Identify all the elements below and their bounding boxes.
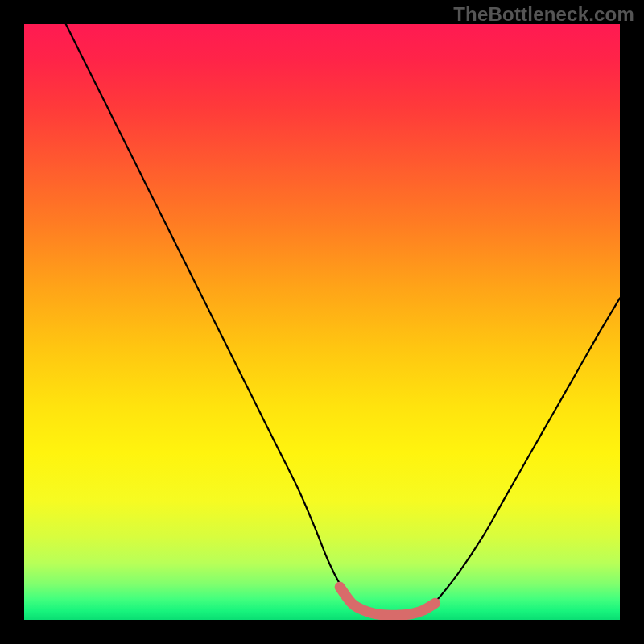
gradient-background <box>24 24 620 620</box>
watermark-text: TheBottleneck.com <box>453 3 634 26</box>
chart-svg <box>24 24 620 620</box>
chart-frame: TheBottleneck.com <box>0 0 644 644</box>
plot-area <box>24 24 620 620</box>
